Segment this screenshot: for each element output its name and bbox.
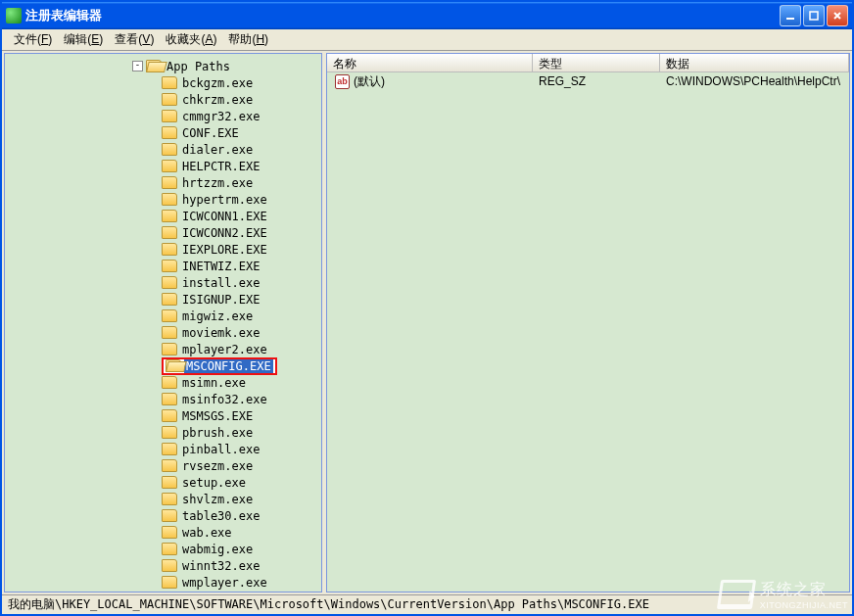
folder-icon: [162, 210, 177, 222]
tree-node[interactable]: CONF.EXE: [5, 124, 321, 141]
tree-label: migwiz.exe: [180, 309, 255, 323]
tree-node[interactable]: MSCONFIG.EXE: [5, 357, 321, 374]
tree-label: pinball.exe: [180, 443, 261, 456]
folder-icon: [162, 193, 177, 206]
close-button[interactable]: [827, 5, 848, 26]
tree-label: msimn.exe: [180, 376, 248, 390]
folder-icon: [162, 293, 177, 306]
tree-node-app-paths[interactable]: -App Paths: [5, 58, 321, 74]
folder-icon: [162, 309, 177, 322]
tree-node[interactable]: install.exe: [5, 274, 321, 291]
tree-label: shvlzm.exe: [180, 493, 255, 506]
window-title: 注册表编辑器: [25, 7, 780, 24]
tree-node[interactable]: chkrzm.exe: [5, 91, 321, 108]
value-type: REG_SZ: [533, 73, 660, 89]
collapse-icon[interactable]: -: [132, 61, 143, 71]
folder-icon: [162, 326, 177, 339]
folder-icon: [146, 60, 162, 72]
tree-label: moviemk.exe: [180, 326, 261, 340]
folder-icon: [162, 243, 177, 256]
tree-node[interactable]: msinfo32.exe: [5, 391, 321, 407]
folder-icon: [162, 526, 177, 539]
tree-node[interactable]: winnt32.exe: [5, 557, 321, 574]
col-header-name[interactable]: 名称: [327, 54, 533, 71]
tree-node[interactable]: shvlzm.exe: [5, 491, 321, 507]
folder-icon: [162, 376, 177, 389]
tree-node[interactable]: table30.exe: [5, 507, 321, 524]
tree-label: wmplayer.exe: [180, 576, 269, 590]
folder-icon: [162, 509, 177, 522]
tree-label: rvsezm.exe: [180, 459, 255, 473]
list-header: 名称 类型 数据: [327, 54, 849, 72]
tree-node[interactable]: mplayer2.exe: [5, 341, 321, 357]
folder-icon: [162, 559, 177, 572]
tree-label: install.exe: [180, 276, 261, 290]
folder-icon: [162, 476, 177, 489]
list-body: ab(默认)REG_SZC:\WINDOWS\PCHealth\HelpCtr\: [327, 72, 849, 90]
tree-node[interactable]: ISIGNUP.EXE: [5, 291, 321, 308]
tree-node[interactable]: moviemk.exe: [5, 324, 321, 341]
menu-file[interactable]: 文件(F): [8, 29, 58, 50]
list-row[interactable]: ab(默认)REG_SZC:\WINDOWS\PCHealth\HelpCtr\: [327, 72, 849, 90]
tree-node[interactable]: wab.exe: [5, 524, 321, 541]
tree-node[interactable]: WORDPAD.EXE: [5, 591, 321, 592]
tree-pane[interactable]: -App Pathsbckgzm.exechkrzm.execmmgr32.ex…: [4, 53, 322, 592]
folder-icon: [162, 543, 177, 555]
tree-node[interactable]: hrtzzm.exe: [5, 174, 321, 191]
list-pane[interactable]: 名称 类型 数据 ab(默认)REG_SZC:\WINDOWS\PCHealth…: [326, 53, 850, 592]
window-controls: [780, 5, 848, 26]
menu-edit[interactable]: 编辑(E): [58, 29, 109, 50]
menu-help[interactable]: 帮助(H): [222, 29, 274, 50]
tree-node[interactable]: pinball.exe: [5, 441, 321, 457]
value-data: C:\WINDOWS\PCHealth\HelpCtr\: [660, 73, 849, 89]
string-value-icon: ab: [335, 74, 350, 89]
minimize-button[interactable]: [780, 5, 801, 26]
tree-node[interactable]: msimn.exe: [5, 374, 321, 391]
tree-node[interactable]: wabmig.exe: [5, 541, 321, 557]
tree-label: mplayer2.exe: [180, 343, 269, 356]
tree-label: table30.exe: [180, 509, 261, 523]
regedit-window: 注册表编辑器 文件(F) 编辑(E) 查看(V) 收藏夹(A) 帮助(H) -A…: [0, 0, 854, 616]
tree-node[interactable]: hypertrm.exe: [5, 191, 321, 208]
tree-node[interactable]: migwiz.exe: [5, 308, 321, 324]
col-header-type[interactable]: 类型: [533, 54, 660, 71]
tree-node[interactable]: wmplayer.exe: [5, 574, 321, 591]
svg-rect-1: [810, 12, 818, 20]
tree-node[interactable]: dialer.exe: [5, 141, 321, 158]
folder-icon: [162, 443, 177, 455]
tree-label: msinfo32.exe: [180, 393, 269, 406]
tree-node[interactable]: HELPCTR.EXE: [5, 158, 321, 174]
titlebar[interactable]: 注册表编辑器: [2, 2, 852, 29]
tree-node[interactable]: ICWCONN1.EXE: [5, 208, 321, 224]
menubar: 文件(F) 编辑(E) 查看(V) 收藏夹(A) 帮助(H): [2, 29, 852, 51]
tree-label: cmmgr32.exe: [180, 110, 261, 123]
folder-icon: [162, 160, 177, 172]
tree-node[interactable]: ICWCONN2.EXE: [5, 224, 321, 241]
folder-icon: [162, 176, 177, 189]
tree-label: IEXPLORE.EXE: [180, 243, 269, 257]
folder-icon: [162, 576, 177, 589]
tree-node[interactable]: cmmgr32.exe: [5, 108, 321, 124]
col-header-data[interactable]: 数据: [660, 54, 849, 71]
folder-icon: [162, 459, 177, 472]
folder-icon: [162, 226, 177, 239]
tree-label: HELPCTR.EXE: [180, 160, 261, 173]
status-bar: 我的电脑\HKEY_LOCAL_MACHINE\SOFTWARE\Microso…: [2, 594, 852, 614]
tree-node[interactable]: rvsezm.exe: [5, 457, 321, 474]
tree-node[interactable]: IEXPLORE.EXE: [5, 241, 321, 258]
tree-label: App Paths: [165, 60, 232, 73]
tree-node[interactable]: setup.exe: [5, 474, 321, 491]
tree-label: setup.exe: [180, 476, 248, 490]
menu-favorites[interactable]: 收藏夹(A): [160, 29, 222, 50]
tree-node[interactable]: bckgzm.exe: [5, 74, 321, 91]
tree-label: MSMSGS.EXE: [180, 409, 255, 423]
tree-node[interactable]: INETWIZ.EXE: [5, 258, 321, 274]
folder-icon: [162, 260, 177, 272]
folder-icon: [162, 343, 177, 355]
menu-view[interactable]: 查看(V): [109, 29, 160, 50]
maximize-button[interactable]: [803, 5, 825, 26]
tree-node[interactable]: pbrush.exe: [5, 424, 321, 441]
tree-node[interactable]: MSMSGS.EXE: [5, 407, 321, 424]
folder-icon: [162, 409, 177, 422]
tree-label: hrtzzm.exe: [180, 176, 255, 190]
